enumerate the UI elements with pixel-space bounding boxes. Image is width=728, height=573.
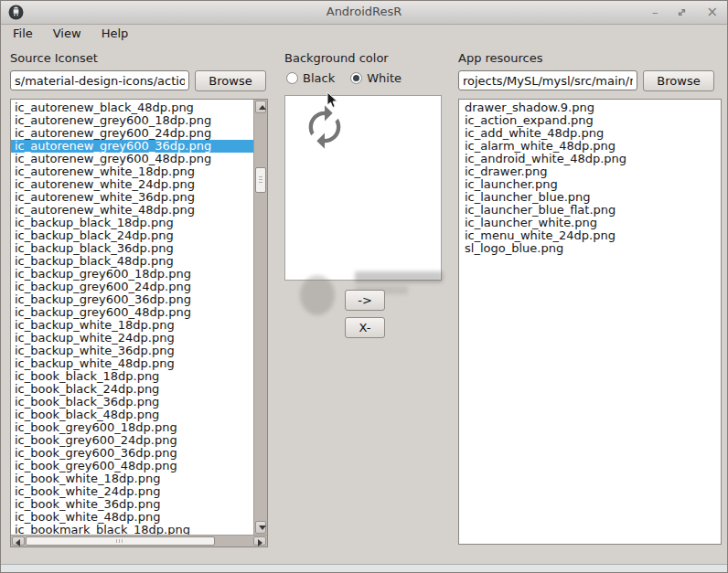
scroll-up-icon[interactable]: [255, 101, 266, 113]
radio-black-icon[interactable]: [286, 72, 298, 84]
list-item[interactable]: ic_book_grey600_24dp.png: [11, 434, 253, 447]
remove-button[interactable]: X-: [345, 317, 385, 338]
list-item[interactable]: ic_book_black_24dp.png: [11, 383, 253, 396]
resources-browse-button[interactable]: Browse: [643, 70, 714, 91]
list-item[interactable]: ic_action_expand.png: [461, 114, 721, 127]
background-color-radios: Black White: [286, 71, 401, 85]
list-item[interactable]: ic_drawer.png: [461, 165, 721, 178]
list-item[interactable]: ic_add_white_48dp.png: [461, 127, 721, 140]
autorenew-icon: [301, 103, 348, 151]
transfer-button[interactable]: ->: [345, 290, 385, 311]
list-item[interactable]: ic_launcher_blue_flat.png: [461, 204, 721, 217]
menu-file[interactable]: File: [3, 25, 43, 44]
list-item[interactable]: ic_launcher_white.png: [461, 217, 721, 229]
ghost-artifact: [355, 271, 443, 282]
icon-preview-box: [284, 95, 442, 281]
list-item[interactable]: ic_backup_grey600_36dp.png: [11, 293, 253, 306]
list-item[interactable]: ic_backup_grey600_24dp.png: [11, 281, 253, 293]
source-browse-button[interactable]: Browse: [195, 70, 266, 91]
list-item[interactable]: ic_autorenew_grey600_48dp.png: [11, 153, 253, 165]
scroll-left-icon[interactable]: [12, 536, 25, 546]
maximize-icon[interactable]: [677, 7, 687, 17]
list-item[interactable]: ic_backup_white_24dp.png: [11, 332, 253, 345]
list-item[interactable]: ic_book_grey600_18dp.png: [11, 421, 253, 434]
resources-file-rows: drawer_shadow.9.pngic_action_expand.pngi…: [459, 100, 721, 544]
list-item[interactable]: ic_backup_white_36dp.png: [11, 345, 253, 357]
list-item[interactable]: ic_autorenew_grey600_24dp.png: [11, 127, 253, 140]
vertical-scrollbar-thumb[interactable]: [255, 167, 266, 193]
bottom-edge-strip: [1, 564, 727, 572]
radio-white-label: White: [367, 71, 401, 85]
list-item[interactable]: ic_book_black_18dp.png: [11, 370, 253, 383]
title-bar[interactable]: AndroidResR – ×: [1, 1, 727, 25]
window-title: AndroidResR: [1, 5, 727, 18]
list-item[interactable]: ic_menu_white_24dp.png: [461, 229, 721, 242]
source-horizontal-scrollbar[interactable]: [11, 535, 267, 546]
mouse-cursor: [327, 91, 338, 109]
source-vertical-scrollbar[interactable]: [253, 100, 267, 535]
list-item[interactable]: drawer_shadow.9.png: [461, 101, 721, 114]
list-item[interactable]: ic_book_black_36dp.png: [11, 396, 253, 409]
list-item[interactable]: ic_book_white_48dp.png: [11, 511, 253, 524]
scroll-down-icon[interactable]: [255, 521, 266, 534]
source-file-list[interactable]: ic_autorenew_black_48dp.pngic_autorenew_…: [10, 99, 268, 547]
window-controls: – ×: [652, 1, 718, 24]
source-file-rows: ic_autorenew_black_48dp.pngic_autorenew_…: [11, 100, 253, 535]
list-item[interactable]: ic_book_white_24dp.png: [11, 485, 253, 498]
radio-black[interactable]: Black: [286, 71, 335, 85]
background-color-label: Background color: [284, 51, 389, 65]
ghost-artifact: [300, 275, 335, 315]
app-window: AndroidResR – × File View Help Source Ic…: [0, 0, 728, 573]
list-item[interactable]: ic_backup_grey600_48dp.png: [11, 306, 253, 319]
list-item[interactable]: ic_autorenew_white_36dp.png: [11, 191, 253, 204]
list-item[interactable]: sl_logo_blue.png: [461, 242, 721, 255]
radio-black-label: Black: [303, 71, 335, 85]
app-resources-label: App resources: [458, 51, 543, 65]
list-item[interactable]: ic_autorenew_grey600_18dp.png: [11, 114, 253, 127]
list-item[interactable]: ic_launcher.png: [461, 178, 721, 191]
list-item[interactable]: ic_backup_black_18dp.png: [11, 217, 253, 229]
list-item[interactable]: ic_backup_black_48dp.png: [11, 255, 253, 268]
list-item[interactable]: ic_autorenew_white_48dp.png: [11, 204, 253, 217]
list-item[interactable]: ic_bookmark_black_18dp.png: [11, 524, 253, 535]
scroll-right-icon[interactable]: [253, 536, 266, 546]
list-item[interactable]: ic_backup_grey600_18dp.png: [11, 268, 253, 281]
list-item[interactable]: ic_backup_black_24dp.png: [11, 229, 253, 242]
list-item[interactable]: ic_book_grey600_36dp.png: [11, 447, 253, 460]
list-item[interactable]: ic_launcher_blue.png: [461, 191, 721, 204]
list-item[interactable]: ic_autorenew_white_24dp.png: [11, 178, 253, 191]
list-item[interactable]: ic_autorenew_grey600_36dp.png: [11, 140, 253, 153]
radio-white-icon[interactable]: [350, 72, 362, 84]
source-iconset-label: Source Iconset: [10, 51, 98, 65]
resources-file-list[interactable]: drawer_shadow.9.pngic_action_expand.pngi…: [458, 99, 722, 545]
menu-view[interactable]: View: [43, 25, 91, 44]
list-item[interactable]: ic_backup_white_18dp.png: [11, 319, 253, 332]
list-item[interactable]: ic_autorenew_black_48dp.png: [11, 101, 253, 114]
minimize-icon[interactable]: –: [652, 1, 658, 24]
radio-white[interactable]: White: [350, 71, 401, 85]
resources-path-input[interactable]: [458, 70, 637, 90]
list-item[interactable]: ic_book_grey600_48dp.png: [11, 460, 253, 472]
list-item[interactable]: ic_backup_white_48dp.png: [11, 357, 253, 370]
menu-help[interactable]: Help: [91, 25, 139, 44]
horizontal-scrollbar-thumb[interactable]: [26, 536, 215, 546]
list-item[interactable]: ic_book_white_36dp.png: [11, 498, 253, 511]
list-item[interactable]: ic_book_black_48dp.png: [11, 409, 253, 421]
list-item[interactable]: ic_backup_black_36dp.png: [11, 242, 253, 255]
source-path-input[interactable]: [10, 70, 189, 90]
menu-bar: File View Help: [3, 25, 138, 44]
list-item[interactable]: ic_android_white_48dp.png: [461, 153, 721, 165]
list-item[interactable]: ic_book_white_18dp.png: [11, 472, 253, 485]
list-item[interactable]: ic_autorenew_white_18dp.png: [11, 165, 253, 178]
list-item[interactable]: ic_alarm_white_48dp.png: [461, 140, 721, 153]
close-icon[interactable]: ×: [706, 1, 718, 24]
